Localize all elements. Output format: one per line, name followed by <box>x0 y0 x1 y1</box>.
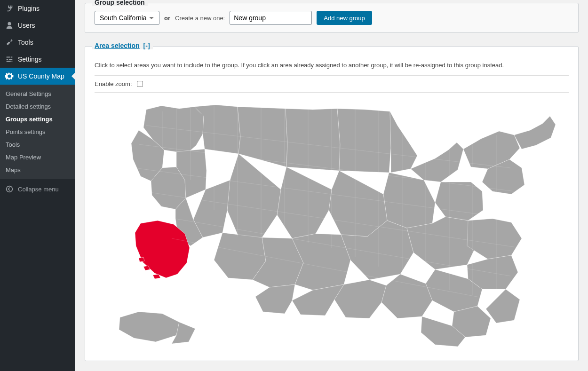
sidebar-item-tools[interactable]: Tools <box>0 34 75 51</box>
submenu-map-preview[interactable]: Map Preview <box>0 151 75 164</box>
collapse-menu-button[interactable]: Collapse menu <box>0 179 75 198</box>
sidebar-item-users[interactable]: Users <box>0 17 75 34</box>
sidebar-label: Settings <box>18 55 42 63</box>
sliders-icon <box>5 55 14 64</box>
svg-point-0 <box>7 186 13 192</box>
collapse-label: Collapse menu <box>18 186 59 193</box>
wrench-icon <box>5 38 14 47</box>
map-svg[interactable] <box>106 97 557 361</box>
area-selection-help: Click to select areas you want to includ… <box>95 62 569 69</box>
sidebar-label: Plugins <box>18 5 40 12</box>
plug-icon <box>5 4 14 13</box>
us-county-map[interactable] <box>95 93 569 361</box>
sidebar-item-us-county-map[interactable]: US County Map <box>0 68 75 85</box>
submenu-groups-settings[interactable]: Groups settings <box>0 113 75 126</box>
group-select[interactable]: South California <box>95 11 159 25</box>
sidebar-submenu: General Settings Detailed settings Group… <box>0 85 75 179</box>
area-selection-legend-link[interactable]: Area selection <box>95 42 140 49</box>
create-new-label: Create a new one: <box>175 15 225 22</box>
sidebar-item-settings[interactable]: Settings <box>0 51 75 68</box>
enable-zoom-checkbox[interactable] <box>137 81 143 87</box>
area-selection-toggle[interactable]: [-] <box>143 42 150 49</box>
collapse-icon <box>5 184 14 194</box>
area-selection-panel: Area selection [-] Click to select areas… <box>85 46 579 361</box>
area-selection-legend: Area selection [-] <box>92 42 153 49</box>
user-icon <box>5 21 14 30</box>
group-selection-legend: Group selection <box>92 0 148 6</box>
admin-sidebar: Plugins Users Tools Settings US County M… <box>0 0 75 371</box>
sidebar-label: Tools <box>18 39 33 46</box>
submenu-detailed-settings[interactable]: Detailed settings <box>0 100 75 113</box>
submenu-points-settings[interactable]: Points settings <box>0 126 75 138</box>
new-group-input[interactable] <box>230 11 312 25</box>
enable-zoom-label: Enable zoom: <box>95 80 132 87</box>
sidebar-label: Users <box>18 22 35 29</box>
sidebar-item-plugins[interactable]: Plugins <box>0 0 75 17</box>
gear-icon <box>5 71 14 81</box>
group-selection-panel: Group selection South California or Crea… <box>85 3 579 33</box>
map-regions-unselected[interactable] <box>119 105 556 347</box>
sidebar-label: US County Map <box>18 72 64 80</box>
submenu-tools[interactable]: Tools <box>0 138 75 151</box>
main-content: Group selection South California or Crea… <box>75 0 588 371</box>
submenu-maps[interactable]: Maps <box>0 164 75 176</box>
enable-zoom-row: Enable zoom: <box>95 75 569 93</box>
add-new-group-button[interactable]: Add new group <box>317 11 372 25</box>
submenu-general-settings[interactable]: General Settings <box>0 87 75 100</box>
or-separator: or <box>164 15 170 22</box>
